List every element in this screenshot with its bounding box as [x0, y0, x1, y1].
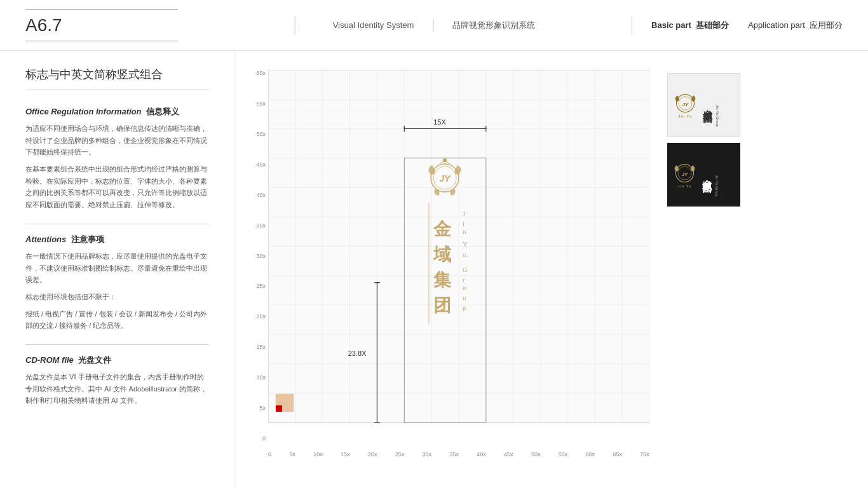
left-panel: 标志与中英文简称竖式组合 Office Regulation Informati… — [0, 51, 235, 488]
svg-text:G: G — [463, 266, 468, 273]
svg-text:u: u — [463, 294, 466, 301]
top-bar: A6.7 Visual Identity System 品牌视觉形象识别系统 B… — [0, 0, 868, 51]
logo-en-sub-light: Jin Yu — [678, 114, 692, 118]
top-left: A6.7 — [25, 9, 178, 42]
svg-text:JY: JY — [439, 173, 451, 184]
divider-1 — [25, 224, 209, 224]
attention-section: Attentions 注意事项 在一般情况下使用品牌标志，应尽量使用提供的光盘电… — [25, 234, 209, 332]
svg-text:J: J — [463, 210, 466, 217]
info-text-2: 在基本要素组合系统中出现的组合形式均经过严格的测算与检验。在实际应用中，标志的位… — [25, 163, 209, 211]
svg-rect-44 — [276, 405, 282, 412]
section-heading: 标志与中英文简称竖式组合 — [25, 67, 209, 90]
svg-text:Y: Y — [463, 240, 468, 248]
logo-card-light: JY Jin Yu 金域集团 Jin Yu Group — [667, 73, 740, 137]
svg-text:o: o — [463, 283, 466, 291]
svg-text:15X: 15X — [433, 118, 446, 126]
attention-text-3: 报纸 / 电视广告 / 宣传 / 包装 / 会议 / 新闻发布会 / 公司内外部… — [25, 308, 209, 332]
attention-section-title: Attentions 注意事项 — [25, 234, 209, 245]
top-center: Visual Identity System 品牌视觉形象识别系统 — [333, 19, 536, 32]
svg-text:团: 团 — [433, 295, 451, 315]
content-area: 标志与中英文简称竖式组合 Office Regulation Informati… — [0, 51, 868, 488]
logo-cn-text-light: 金域集团 — [702, 102, 714, 107]
logo-text-area-light: 金域集团 Jin Yu Group — [702, 83, 719, 127]
info-section: Office Regulation Information 信息释义 为适应不同… — [25, 106, 209, 211]
main-panel: 0 5x 10x 15x 20x 25x 30x 35x 40x 45x 50x… — [235, 51, 868, 488]
svg-text:i: i — [463, 220, 465, 227]
attention-text-2: 标志使用环境包括但不限于： — [25, 291, 209, 303]
cdrom-section-title: CD-ROM file 光盘文件 — [25, 355, 209, 366]
logo-en-sub-dark: Jin Yu — [677, 184, 691, 188]
app-part-nav[interactable]: Application part 应用部分 — [748, 20, 843, 31]
info-text-1: 为适应不同使用场合与环境，确保信息传达的清晰与准确，特设计了企业品牌的多种组合，… — [25, 123, 209, 158]
logo-text-area-dark: 金域集团 Jin Yu Group — [701, 152, 719, 197]
vi-chinese-label: 品牌视觉形象识别系统 — [452, 20, 535, 31]
page-number: A6.7 — [25, 15, 178, 36]
logo-cards: JY Jin Yu 金域集团 Jin Yu Group — [667, 73, 740, 207]
svg-text:r: r — [463, 276, 465, 283]
x-axis: 0 5x 10x 15x 20x 25x 30x 35x 40x 45x 50x… — [268, 448, 649, 461]
logo-card-dark: JY Jin Yu 金域集团 Jin Yu Group — [667, 143, 740, 207]
logo-cn-text-dark: 金域集团 — [701, 172, 713, 177]
cdrom-text-1: 光盘文件是本 VI 手册电子文件的集合，内含手册制作时的专用软件格式文件。其中 … — [25, 371, 209, 407]
svg-text:集: 集 — [433, 270, 452, 290]
logo-icon-dark: JY Jin Yu — [674, 162, 696, 188]
cdrom-section: CD-ROM file 光盘文件 光盘文件是本 VI 手册电子文件的集合，内含手… — [25, 355, 209, 407]
y-axis: 0 5x 10x 15x 20x 25x 30x 35x 40x 45x 50x… — [248, 70, 268, 442]
svg-text:域: 域 — [433, 245, 452, 264]
svg-text:n: n — [463, 227, 466, 235]
vi-divider — [433, 19, 433, 32]
logo-icon-light: JY Jin Yu — [674, 92, 696, 118]
vi-system-label: Visual Identity System — [333, 20, 414, 30]
logo-en-text-light: Jin Yu Group — [715, 105, 719, 127]
basic-part-nav[interactable]: Basic part 基础部分 — [651, 20, 729, 31]
info-section-title: Office Regulation Information 信息释义 — [25, 106, 209, 118]
svg-text:u: u — [463, 250, 466, 258]
chart-svg: 15X 23.8X — [268, 70, 649, 442]
svg-text:金: 金 — [433, 219, 452, 239]
attention-text-1: 在一般情况下使用品牌标志，应尽量使用提供的光盘电子文件，不建议使用标准制图绘制标… — [25, 250, 209, 286]
logo-en-text-dark: Jin Yu Group — [715, 175, 719, 197]
top-right: Basic part 基础部分 Application part 应用部分 — [632, 16, 843, 35]
divider-2 — [25, 344, 209, 345]
svg-text:p: p — [463, 304, 466, 311]
svg-text:JY: JY — [682, 171, 688, 177]
svg-text:23.8X: 23.8X — [348, 349, 367, 357]
svg-text:JY: JY — [682, 101, 689, 107]
chart-area: 0 5x 10x 15x 20x 25x 30x 35x 40x 45x 50x… — [248, 60, 654, 461]
svg-point-48 — [443, 158, 447, 162]
